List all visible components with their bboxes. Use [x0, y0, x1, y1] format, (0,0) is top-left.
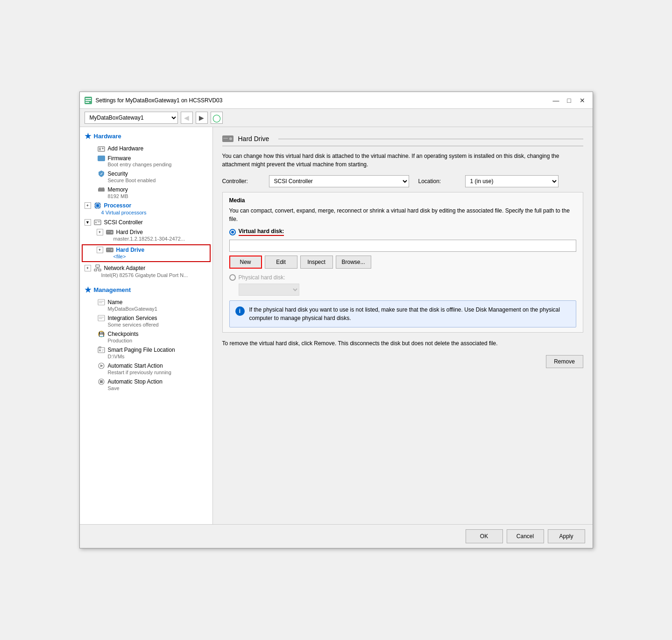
cancel-button[interactable]: Cancel	[507, 529, 544, 543]
hd1-icon	[106, 229, 113, 235]
hd2-icon	[106, 247, 113, 253]
hd2-label: Hard Drive	[116, 247, 145, 253]
sidebar-item-hard-drive-1[interactable]: + Hard Drive master.1.2.18252.1-304-2472…	[80, 228, 212, 243]
media-title: Media	[229, 197, 576, 204]
vhd-input-row	[229, 240, 576, 252]
apply-button[interactable]: Apply	[548, 529, 585, 543]
panel-title-row: Hard Drive	[222, 135, 583, 146]
panel-hdd-icon	[222, 135, 233, 143]
sidebar-item-smart-paging[interactable]: Smart Paging File Location D:\VMs	[80, 345, 212, 361]
vhd-path-input[interactable]	[229, 240, 576, 252]
sidebar-item-autostop[interactable]: Automatic Stop Action Save	[80, 377, 212, 392]
sidebar-item-add-hardware[interactable]: Add Hardware	[80, 143, 212, 154]
add-hardware-icon	[98, 145, 105, 152]
bottom-bar: OK Cancel Apply	[80, 524, 593, 548]
svg-rect-5	[99, 148, 101, 150]
svg-rect-32	[107, 249, 110, 250]
checkpoints-label: Checkpoints	[108, 331, 139, 337]
controller-row: Controller: SCSI Controller Location: 1 …	[222, 175, 583, 187]
edit-button[interactable]: Edit	[265, 256, 297, 269]
sidebar-item-network-adapter[interactable]: + Network Adapter Intel(R) 82576 Gigabyt…	[80, 263, 212, 280]
phd-radio-label: Physical hard disk:	[239, 274, 285, 281]
vhd-radio-button[interactable]	[229, 229, 236, 235]
nav-back-button[interactable]: ◀	[181, 112, 193, 124]
nav-forward-button[interactable]: ▶	[196, 112, 208, 124]
scsi-expand-btn[interactable]: ▼	[85, 219, 91, 226]
name-icon	[98, 299, 105, 306]
sidebar-item-processor[interactable]: + Processor 4 Virtual	[80, 200, 212, 217]
net-expand-btn[interactable]: +	[85, 265, 91, 271]
firmware-label: Firmware	[108, 155, 131, 162]
phd-radio-button[interactable]	[229, 274, 236, 281]
svg-point-28	[111, 231, 113, 233]
security-sub: Secure Boot enabled	[108, 178, 208, 183]
scsi-label: SCSI Controller	[104, 219, 143, 226]
remove-button[interactable]: Remove	[546, 355, 583, 368]
sidebar-item-hard-drive-2[interactable]: + Hard Drive <file>	[82, 244, 211, 262]
hd2-expand-btn[interactable]: +	[97, 247, 103, 253]
svg-text:✓: ✓	[99, 172, 103, 176]
location-select[interactable]: 1 (in use)	[465, 175, 559, 187]
browse-button[interactable]: Browse...	[336, 256, 371, 269]
integration-icon	[98, 314, 105, 322]
phd-radio-row: Physical hard disk:	[229, 274, 576, 281]
svg-rect-34	[94, 269, 97, 271]
svg-point-31	[111, 249, 113, 251]
sidebar-item-scsi-controller[interactable]: ▼ SCSI Controller	[80, 217, 212, 228]
window-icon	[85, 97, 92, 104]
processor-expand-btn[interactable]: +	[85, 202, 91, 209]
sidebar-item-integration-services[interactable]: Integration Services Some services offer…	[80, 313, 212, 329]
svg-marker-53	[100, 364, 103, 367]
info-text: If the physical hard disk you want to us…	[249, 306, 570, 322]
memory-icon	[98, 186, 105, 193]
smart-paging-icon	[98, 346, 105, 354]
sidebar: ★ Hardware Add Hardware	[80, 127, 213, 524]
svg-rect-12	[102, 187, 103, 189]
vm-selector[interactable]: MyDataBoxGateway1	[85, 112, 178, 124]
autostart-label: Automatic Start Action	[108, 363, 163, 369]
hd1-expand-btn[interactable]: +	[97, 229, 103, 235]
new-button[interactable]: New	[229, 256, 262, 269]
smart-paging-sub: D:\VMs	[108, 354, 208, 359]
power-button[interactable]: ◯	[211, 112, 223, 124]
autostart-icon	[98, 362, 105, 370]
sidebar-item-autostart[interactable]: Automatic Start Action Restart if previo…	[80, 361, 212, 377]
inspect-button[interactable]: Inspect	[300, 256, 333, 269]
hd1-label: Hard Drive	[116, 229, 143, 235]
sidebar-item-name[interactable]: Name MyDataBoxGateway1	[80, 297, 212, 313]
minimize-button[interactable]: —	[551, 95, 562, 106]
svg-rect-13	[103, 187, 104, 189]
controller-select[interactable]: SCSI Controller	[269, 175, 409, 187]
ok-button[interactable]: OK	[466, 529, 503, 543]
close-button[interactable]: ✕	[577, 95, 588, 106]
svg-rect-42	[98, 315, 105, 321]
sidebar-item-firmware[interactable]: Firmware Boot entry changes pending	[80, 154, 212, 169]
remove-row: Remove	[222, 355, 583, 368]
svg-rect-26	[98, 221, 100, 222]
window-title: Settings for MyDataBoxGateway1 on HCSSRV…	[96, 97, 223, 104]
settings-window: Settings for MyDataBoxGateway1 on HCSSRV…	[79, 92, 593, 548]
remove-description: To remove the virtual hard disk, click R…	[222, 339, 583, 348]
svg-rect-2	[85, 100, 91, 101]
svg-rect-35	[99, 269, 101, 271]
management-section-header[interactable]: ★ Management	[80, 283, 212, 297]
checkpoints-sub: Production	[108, 338, 208, 343]
svg-rect-11	[100, 187, 101, 189]
scsi-icon	[94, 219, 101, 226]
maximize-button[interactable]: □	[564, 95, 575, 106]
phd-selector-row	[239, 284, 576, 296]
svg-rect-10	[99, 187, 100, 189]
security-icon: ✓	[98, 170, 105, 178]
hardware-section-header[interactable]: ★ Hardware	[80, 129, 212, 143]
management-star-icon: ★	[85, 285, 91, 294]
net-label: Network Adapter	[104, 265, 146, 271]
svg-rect-1	[85, 98, 91, 99]
hardware-star-icon: ★	[85, 132, 91, 141]
svg-rect-58	[223, 138, 228, 139]
sidebar-item-memory[interactable]: Memory 8192 MB	[80, 185, 212, 200]
location-label: Location:	[418, 178, 456, 185]
integration-label: Integration Services	[108, 315, 157, 321]
sidebar-item-security[interactable]: ✓ Security Secure Boot enabled	[80, 169, 212, 185]
checkpoints-icon: 💾	[98, 330, 105, 338]
sidebar-item-checkpoints[interactable]: 💾 Checkpoints Production	[80, 329, 212, 345]
